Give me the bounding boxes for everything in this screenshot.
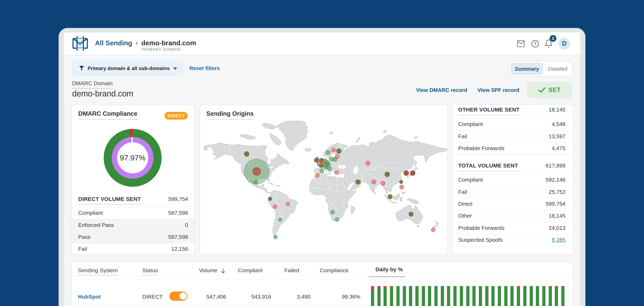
svg-text:?: ? [534, 41, 536, 46]
svg-text:97.97%: 97.97% [120, 153, 145, 162]
